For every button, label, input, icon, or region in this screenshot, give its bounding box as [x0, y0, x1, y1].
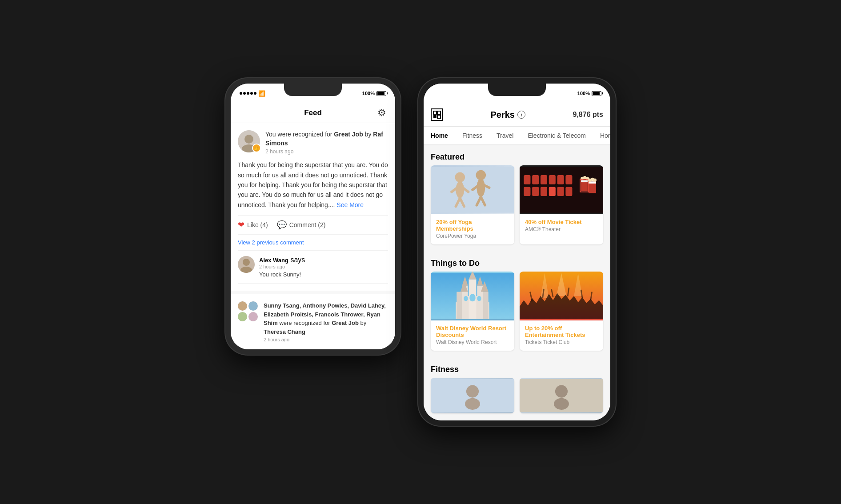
disney-card[interactable]: Walt Disney World Resort Discounts Walt …	[431, 272, 514, 351]
tab-home2[interactable]: Home	[593, 127, 610, 145]
recognition-prefix: You were recognized for	[265, 131, 334, 138]
group-recognizer: Theresa Chang	[264, 328, 305, 335]
tab-fitness[interactable]: Fitness	[455, 127, 489, 145]
comment-icon: 💬	[277, 220, 287, 230]
svg-rect-33	[565, 175, 572, 184]
svg-rect-67	[477, 296, 481, 301]
group-avatar-3	[238, 312, 247, 321]
group-by: by	[360, 320, 367, 326]
movie-card[interactable]: 40% off Movie Ticket AMC® Theater	[520, 165, 603, 244]
fitness-card-1[interactable]	[431, 378, 514, 413]
post-actions: ❤ Like (4) 💬 Comment (2)	[238, 215, 388, 235]
phone-feed: 📶 100% Feed ⚙	[225, 78, 400, 355]
perks-content: Featured	[424, 145, 610, 420]
feed-content: 👍 You were recognized for Great Job by R…	[231, 123, 395, 349]
svg-rect-11	[437, 111, 441, 114]
scene: 📶 100% Feed ⚙	[208, 60, 633, 444]
notch-perks	[488, 84, 546, 96]
perks-points: 9,876 pts	[573, 111, 603, 119]
svg-rect-65	[469, 294, 475, 301]
comment-content: Alex Wang says 2 hours ago You rock Sunn…	[259, 256, 388, 278]
svg-rect-13	[437, 115, 441, 118]
wifi-icon: 📶	[258, 90, 265, 97]
concert-provider: Tickets Ticket Club	[525, 339, 598, 345]
svg-point-6	[238, 301, 247, 311]
svg-point-9	[248, 312, 258, 321]
svg-rect-36	[541, 187, 547, 196]
battery-percent-perks: 100%	[577, 91, 590, 96]
concert-card[interactable]: Up to 20% off Entertainment Tickets Tick…	[520, 272, 603, 351]
movie-card-image	[520, 165, 603, 214]
tab-home[interactable]: Home	[424, 127, 455, 145]
movie-discount: 40% off Movie Ticket	[525, 219, 598, 225]
comment-label: Comment (2)	[289, 221, 326, 228]
status-bar-feed: 📶 100%	[231, 84, 395, 103]
status-right: 100%	[362, 91, 386, 96]
comment-button[interactable]: 💬 Comment (2)	[277, 220, 326, 230]
group-avatars	[238, 301, 258, 322]
svg-point-83	[554, 398, 569, 410]
avatar-container: 👍	[238, 130, 260, 152]
svg-point-51	[593, 179, 597, 182]
perks-title: Perks	[491, 110, 515, 120]
settings-icon[interactable]: ⚙	[377, 107, 386, 119]
post-meta: You were recognized for Great Job by Raf…	[265, 130, 388, 155]
svg-point-4	[243, 259, 250, 266]
svg-rect-66	[464, 296, 468, 301]
svg-rect-39	[565, 187, 572, 196]
svg-rect-32	[557, 175, 564, 184]
fitness-card-image-1	[431, 378, 514, 413]
post-body-text: Thank you for being the superstar that y…	[238, 161, 388, 208]
svg-rect-34	[524, 187, 530, 196]
perks-logo-icon	[431, 108, 443, 121]
tab-travel[interactable]: Travel	[489, 127, 521, 145]
notch	[284, 84, 342, 96]
comment-item: Alex Wang says 2 hours ago You rock Sunn…	[238, 251, 388, 284]
group-avatar-4	[248, 312, 258, 321]
post-time: 2 hours ago	[265, 148, 388, 155]
svg-point-80	[465, 398, 480, 410]
disney-card-body: Walt Disney World Resort Discounts Walt …	[431, 320, 514, 351]
tab-electronic[interactable]: Electronic & Telecom	[521, 127, 593, 145]
concert-discount: Up to 20% off Entertainment Tickets	[525, 325, 598, 338]
feed-title: Feed	[304, 108, 322, 117]
like-button[interactable]: ❤ Like (4)	[238, 220, 268, 230]
recognition-text: You were recognized for Great Job by Raf…	[265, 130, 388, 148]
group-recognition: Great Job	[332, 320, 359, 326]
things-title: Things to Do	[424, 252, 610, 272]
featured-cards: 20% off Yoga Memberships CorePower Yoga	[424, 165, 610, 252]
svg-point-16	[456, 181, 464, 198]
fitness-section: Fitness	[424, 358, 610, 420]
battery-icon	[376, 91, 386, 96]
movie-provider: AMC® Theater	[525, 226, 598, 232]
info-icon[interactable]: i	[517, 111, 525, 119]
heart-icon: ❤	[238, 220, 244, 230]
group-avatar-1	[238, 301, 247, 311]
concert-card-body: Up to 20% off Entertainment Tickets Tick…	[520, 320, 603, 351]
svg-rect-37	[549, 187, 556, 196]
feed-header: Feed ⚙	[231, 103, 395, 123]
see-more-button[interactable]: See More	[336, 201, 364, 208]
yoga-card[interactable]: 20% off Yoga Memberships CorePower Yoga	[431, 165, 514, 244]
battery-percent: 100%	[362, 91, 375, 96]
fitness-card-image-2	[520, 378, 603, 413]
badge-icon: 👍	[252, 144, 261, 152]
featured-section: Featured	[424, 145, 610, 252]
comment-author-line: Alex Wang says	[259, 256, 388, 264]
perks-title-group: Perks i	[491, 110, 526, 120]
svg-rect-12	[433, 115, 437, 118]
yoga-card-image	[431, 165, 514, 214]
svg-rect-30	[541, 175, 547, 184]
battery-icon-perks	[592, 91, 601, 96]
post-body: Thank you for being the superstar that y…	[238, 160, 388, 210]
view-comments-link[interactable]: View 2 previous comment	[238, 235, 388, 251]
yoga-provider: CorePower Yoga	[436, 233, 509, 239]
yoga-discount: 20% off Yoga Memberships	[436, 219, 509, 232]
status-bar-perks: 100%	[424, 84, 610, 103]
things-cards: Walt Disney World Resort Discounts Walt …	[424, 272, 610, 358]
svg-point-22	[477, 179, 485, 197]
fitness-title: Fitness	[424, 358, 610, 378]
fitness-card-2[interactable]	[520, 378, 603, 413]
signal-icon	[240, 92, 256, 95]
group-avatar-2	[248, 301, 258, 311]
